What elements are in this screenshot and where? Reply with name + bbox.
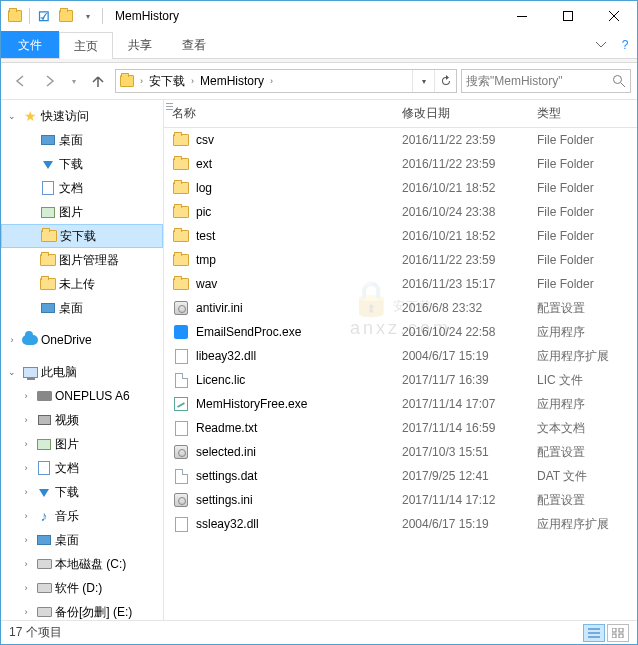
file-name: pic — [196, 205, 211, 219]
tree-downloads[interactable]: 下载 — [1, 152, 163, 176]
file-date: 2016/11/22 23:59 — [394, 253, 529, 267]
address-bar[interactable]: › 安下载 › MemHistory › ▾ — [115, 69, 457, 93]
file-type: File Folder — [529, 181, 637, 195]
tree-d-drive[interactable]: ›软件 (D:) — [1, 576, 163, 600]
tree-c-drive[interactable]: ›本地磁盘 (C:) — [1, 552, 163, 576]
search-placeholder: 搜索"MemHistory" — [466, 73, 612, 90]
file-name: ext — [196, 157, 212, 171]
file-rows[interactable]: csv2016/11/22 23:59File Folderext2016/11… — [164, 128, 637, 620]
file-row[interactable]: selected.ini2017/10/3 15:51配置设置 — [164, 440, 637, 464]
tab-home[interactable]: 主页 — [59, 32, 113, 59]
expand-ribbon-icon[interactable] — [589, 31, 613, 58]
file-row[interactable]: wav2016/11/23 15:17File Folder — [164, 272, 637, 296]
maximize-button[interactable] — [545, 1, 591, 31]
file-type: File Folder — [529, 253, 637, 267]
file-type: 配置设置 — [529, 444, 637, 461]
svg-rect-1 — [564, 12, 573, 21]
recent-dropdown[interactable]: ▾ — [67, 68, 81, 94]
address-dropdown[interactable]: ▾ — [412, 70, 434, 92]
tree-pictures2[interactable]: ›图片 — [1, 432, 163, 456]
file-row[interactable]: tmp2016/11/22 23:59File Folder — [164, 248, 637, 272]
file-icon — [172, 275, 190, 293]
file-date: 2016/11/22 23:59 — [394, 133, 529, 147]
back-button[interactable] — [7, 68, 33, 94]
column-type[interactable]: 类型 — [529, 100, 637, 127]
refresh-icon — [440, 75, 452, 87]
file-type: DAT 文件 — [529, 468, 637, 485]
file-row[interactable]: antivir.ini2016/6/8 23:32配置设置 — [164, 296, 637, 320]
tree-e-drive[interactable]: ›备份[勿删] (E:) — [1, 600, 163, 620]
navigation-bar: ▾ › 安下载 › MemHistory › ▾ 搜索"MemHistory" — [1, 63, 637, 99]
file-icon — [172, 347, 190, 365]
tree-quick-access[interactable]: ⌄★快速访问 — [1, 104, 163, 128]
grid-icon — [612, 628, 624, 638]
file-row[interactable]: EmailSendProc.exe2016/10/24 22:58应用程序 — [164, 320, 637, 344]
tree-documents2[interactable]: ›文档 — [1, 456, 163, 480]
tree-onedrive[interactable]: ›OneDrive — [1, 328, 163, 352]
file-row[interactable]: csv2016/11/22 23:59File Folder — [164, 128, 637, 152]
file-name: selected.ini — [196, 445, 256, 459]
help-icon[interactable]: ? — [613, 31, 637, 58]
folder-icon[interactable] — [7, 8, 23, 24]
forward-button[interactable] — [37, 68, 63, 94]
tree-documents[interactable]: 文档 — [1, 176, 163, 200]
file-row[interactable]: MemHistoryFree.exe2017/11/14 17:07应用程序 — [164, 392, 637, 416]
tree-desktop2[interactable]: 桌面 — [1, 296, 163, 320]
item-count: 17 个项目 — [9, 624, 62, 641]
file-date: 2017/11/14 17:12 — [394, 493, 529, 507]
tree-oneplus[interactable]: ›ONEPLUS A6 — [1, 384, 163, 408]
file-icon — [172, 419, 190, 437]
file-row[interactable]: test2016/10/21 18:52File Folder — [164, 224, 637, 248]
breadcrumb-item[interactable]: MemHistory — [196, 70, 268, 92]
file-name: ssleay32.dll — [196, 517, 259, 531]
minimize-icon — [517, 16, 527, 17]
tree-picmgr[interactable]: 图片管理器 — [1, 248, 163, 272]
file-row[interactable]: Licenc.lic2017/11/7 16:39LIC 文件 — [164, 368, 637, 392]
svg-rect-6 — [619, 634, 623, 638]
file-date: 2016/10/24 22:58 — [394, 325, 529, 339]
dropdown-icon[interactable]: ▾ — [80, 8, 96, 24]
file-row[interactable]: Readme.txt2017/11/14 16:59文本文档 — [164, 416, 637, 440]
up-button[interactable] — [85, 68, 111, 94]
chevron-right-icon[interactable]: › — [138, 76, 145, 86]
file-icon — [172, 395, 190, 413]
tree-noupload[interactable]: 未上传 — [1, 272, 163, 296]
tab-share[interactable]: 共享 — [113, 31, 167, 58]
tree-pictures[interactable]: 图片 — [1, 200, 163, 224]
arrow-right-icon — [43, 74, 57, 88]
file-row[interactable]: log2016/10/21 18:52File Folder — [164, 176, 637, 200]
tree-desktop[interactable]: 桌面 — [1, 128, 163, 152]
search-input[interactable]: 搜索"MemHistory" — [461, 69, 631, 93]
breadcrumb-item[interactable]: 安下载 — [145, 70, 189, 92]
details-view-button[interactable] — [583, 624, 605, 642]
tree-downloads2[interactable]: ›下载 — [1, 480, 163, 504]
tree-this-pc[interactable]: ⌄此电脑 — [1, 360, 163, 384]
file-row[interactable]: ext2016/11/22 23:59File Folder — [164, 152, 637, 176]
folder-icon[interactable] — [58, 8, 74, 24]
file-row[interactable]: settings.ini2017/11/14 17:12配置设置 — [164, 488, 637, 512]
tree-video[interactable]: ›视频 — [1, 408, 163, 432]
file-icon — [172, 323, 190, 341]
tree-desktop3[interactable]: ›桌面 — [1, 528, 163, 552]
tree-anxiazai[interactable]: 安下载 — [1, 224, 163, 248]
minimize-button[interactable] — [499, 1, 545, 31]
file-type: File Folder — [529, 229, 637, 243]
file-icon — [172, 443, 190, 461]
file-row[interactable]: pic2016/10/24 23:38File Folder — [164, 200, 637, 224]
icons-view-button[interactable] — [607, 624, 629, 642]
file-type: 应用程序 — [529, 324, 637, 341]
navigation-pane[interactable]: ⌄★快速访问 桌面 下载 文档 图片 安下载 图片管理器 未上传 桌面 ›One… — [1, 100, 164, 620]
column-date[interactable]: 修改日期 — [394, 100, 529, 127]
tab-file[interactable]: 文件 — [1, 31, 59, 58]
tree-music[interactable]: ›♪音乐 — [1, 504, 163, 528]
refresh-button[interactable] — [434, 70, 456, 92]
close-button[interactable] — [591, 1, 637, 31]
column-name[interactable]: 名称 — [164, 100, 394, 127]
tab-view[interactable]: 查看 — [167, 31, 221, 58]
chevron-right-icon[interactable]: › — [189, 76, 196, 86]
file-row[interactable]: settings.dat2017/9/25 12:41DAT 文件 — [164, 464, 637, 488]
chevron-right-icon[interactable]: › — [268, 76, 275, 86]
file-row[interactable]: libeay32.dll2004/6/17 15:19应用程序扩展 — [164, 344, 637, 368]
file-row[interactable]: ssleay32.dll2004/6/17 15:19应用程序扩展 — [164, 512, 637, 536]
properties-icon[interactable]: ☑ — [36, 8, 52, 24]
